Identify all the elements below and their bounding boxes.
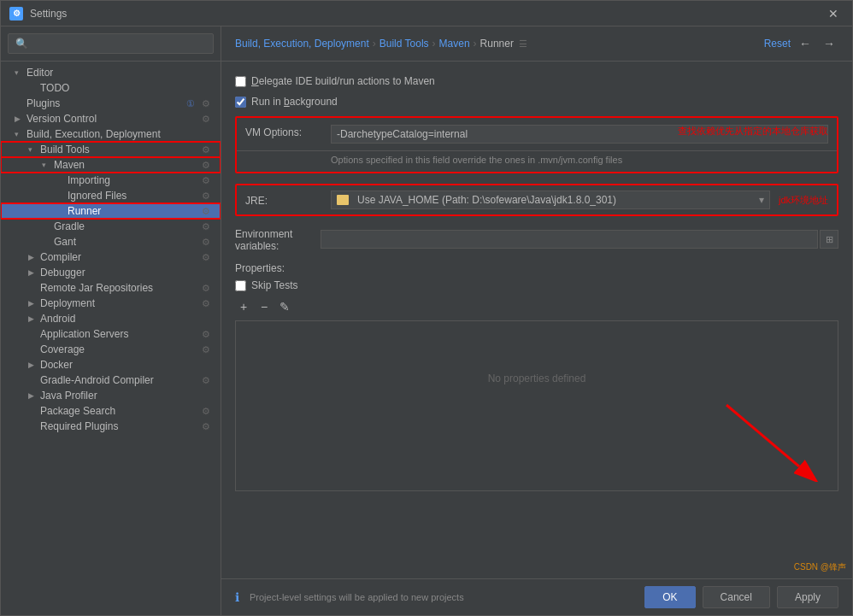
sidebar-item-label: Coverage bbox=[40, 343, 198, 355]
sidebar-item-gradle-android-compiler[interactable]: Gradle-Android Compiler ⚙ bbox=[1, 373, 221, 388]
jre-note: jdk环境地址 bbox=[779, 194, 828, 207]
sidebar-item-importing[interactable]: Importing ⚙ bbox=[1, 173, 221, 188]
gear-icon: ⚙ bbox=[198, 375, 214, 386]
jre-value-text: Use JAVA_HOME (Path: D:\sofeware\Java\jd… bbox=[357, 194, 616, 206]
sidebar-item-ignored-files[interactable]: Ignored Files ⚙ bbox=[1, 188, 221, 203]
search-input[interactable] bbox=[8, 33, 214, 54]
gear-icon: ⚙ bbox=[198, 344, 214, 355]
reset-button[interactable]: Reset bbox=[764, 38, 791, 50]
gear-icon: ⚙ bbox=[198, 329, 214, 340]
gear-icon: ⚙ bbox=[198, 237, 214, 248]
gear-icon: ⚙ bbox=[198, 191, 214, 202]
sidebar-item-remote-jar-repositories[interactable]: Remote Jar Repositories ⚙ bbox=[1, 280, 221, 296]
breadcrumb-part-3[interactable]: Maven bbox=[439, 38, 470, 50]
env-browse-button[interactable]: ⊞ bbox=[820, 230, 838, 249]
vm-options-row: VM Options: 查找依赖优先从指定的本地仓库获取 bbox=[237, 118, 837, 151]
sidebar-item-editor[interactable]: ▾ Editor bbox=[1, 65, 221, 80]
sidebar-item-label: Runner bbox=[68, 205, 198, 217]
expand-arrow: ▶ bbox=[28, 314, 40, 323]
sidebar-tree: ▾ Editor TODO Plugins ① ⚙ ▶ bbox=[1, 62, 221, 615]
sidebar-item-label: Required Plugins bbox=[40, 420, 198, 432]
properties-section: Properties: Skip Tests + − ✎ No properti… bbox=[235, 262, 838, 491]
sidebar-item-build-execution-deployment[interactable]: ▾ Build, Execution, Deployment bbox=[1, 126, 221, 142]
sidebar-item-label: Importing bbox=[68, 174, 198, 186]
delegate-label-text: Delegate IDE build/run actions to Maven bbox=[251, 75, 435, 87]
gear-icon: ⚙ bbox=[198, 160, 214, 171]
sidebar-item-runner[interactable]: Runner ⚙ bbox=[1, 203, 221, 219]
sidebar-item-version-control[interactable]: ▶ Version Control ⚙ bbox=[1, 111, 221, 126]
apply-button[interactable]: Apply bbox=[777, 586, 838, 608]
sidebar-item-label: Package Search bbox=[40, 405, 198, 417]
properties-toolbar: + − ✎ bbox=[235, 298, 838, 315]
remove-property-button[interactable]: − bbox=[256, 298, 273, 315]
env-variables-input[interactable] bbox=[321, 230, 818, 249]
sidebar-item-maven[interactable]: ▾ Maven ⚙ bbox=[1, 157, 221, 173]
sidebar-item-label: Version Control bbox=[26, 113, 198, 125]
properties-label: Properties: bbox=[235, 262, 838, 274]
back-button[interactable]: ← bbox=[796, 35, 815, 52]
forward-button[interactable]: → bbox=[820, 35, 838, 52]
sidebar-item-coverage[interactable]: Coverage ⚙ bbox=[1, 342, 221, 357]
bottom-info-text: Project-level settings will be applied t… bbox=[250, 592, 638, 602]
sidebar-item-compiler[interactable]: ▶ Compiler ⚙ bbox=[1, 249, 221, 265]
sidebar-item-build-tools[interactable]: ▾ Build Tools ⚙ bbox=[1, 142, 221, 157]
sidebar-item-label: Debugger bbox=[40, 267, 214, 279]
run-in-background-checkbox[interactable] bbox=[235, 97, 246, 108]
expand-arrow: ▶ bbox=[28, 299, 40, 308]
sidebar-item-label: Build, Execution, Deployment bbox=[26, 128, 214, 140]
app-icon: ⚙ bbox=[9, 7, 23, 21]
sidebar-item-deployment[interactable]: ▶ Deployment ⚙ bbox=[1, 296, 221, 311]
no-properties-text: No properties defined bbox=[236, 321, 838, 436]
delegate-checkbox[interactable] bbox=[235, 76, 246, 87]
main-content: ▾ Editor TODO Plugins ① ⚙ ▶ bbox=[1, 26, 852, 615]
run-in-background-label[interactable]: Run in background bbox=[235, 96, 338, 108]
close-button[interactable]: ✕ bbox=[823, 5, 844, 22]
add-property-button[interactable]: + bbox=[235, 298, 252, 315]
sidebar-item-gant[interactable]: Gant ⚙ bbox=[1, 234, 221, 249]
expand-arrow: ▶ bbox=[28, 391, 40, 400]
gear-icon: ⚙ bbox=[198, 406, 214, 417]
sidebar-item-gradle[interactable]: Gradle ⚙ bbox=[1, 219, 221, 234]
skip-tests-checkbox[interactable] bbox=[235, 280, 246, 291]
sidebar-item-java-profiler[interactable]: ▶ Java Profiler bbox=[1, 388, 221, 403]
breadcrumb: Build, Execution, Deployment › Build Too… bbox=[221, 26, 852, 62]
sidebar-item-android[interactable]: ▶ Android bbox=[1, 311, 221, 326]
breadcrumb-actions: Reset ← → bbox=[764, 35, 838, 52]
skip-tests-row: Skip Tests bbox=[235, 279, 838, 291]
plugins-badge: ① bbox=[186, 98, 195, 109]
sidebar-item-label: Gradle bbox=[54, 220, 198, 232]
edit-property-button[interactable]: ✎ bbox=[276, 298, 293, 315]
cancel-button[interactable]: Cancel bbox=[703, 586, 770, 608]
expand-arrow: ▾ bbox=[28, 145, 40, 154]
sidebar-item-package-search[interactable]: Package Search ⚙ bbox=[1, 403, 221, 419]
sidebar-item-application-servers[interactable]: Application Servers ⚙ bbox=[1, 326, 221, 342]
vm-options-note: 查找依赖优先从指定的本地仓库获取 bbox=[678, 125, 828, 138]
sidebar-item-label: Java Profiler bbox=[40, 390, 214, 402]
sidebar-item-required-plugins[interactable]: Required Plugins ⚙ bbox=[1, 419, 221, 434]
sidebar: ▾ Editor TODO Plugins ① ⚙ ▶ bbox=[1, 26, 221, 615]
sidebar-item-plugins[interactable]: Plugins ① ⚙ bbox=[1, 96, 221, 111]
main-panel: Build, Execution, Deployment › Build Too… bbox=[221, 26, 852, 615]
delegate-checkbox-label[interactable]: Delegate IDE build/run actions to Maven bbox=[235, 75, 435, 87]
jre-row: JRE: Use JAVA_HOME (Path: D:\sofeware\Ja… bbox=[237, 185, 837, 214]
expand-arrow: ▶ bbox=[28, 253, 40, 261]
sidebar-item-todo[interactable]: TODO bbox=[1, 80, 221, 96]
sidebar-item-debugger[interactable]: ▶ Debugger bbox=[1, 265, 221, 280]
sidebar-item-label: Gant bbox=[54, 236, 198, 248]
expand-arrow: ▾ bbox=[15, 130, 26, 138]
breadcrumb-part-1[interactable]: Build, Execution, Deployment bbox=[235, 38, 369, 50]
settings-window: ⚙ Settings ✕ ▾ Editor TODO bbox=[0, 0, 853, 616]
dropdown-arrow-icon: ▾ bbox=[759, 194, 764, 206]
expand-arrow: ▶ bbox=[28, 268, 40, 277]
sidebar-item-label: Docker bbox=[40, 359, 214, 371]
expand-arrow: ▶ bbox=[28, 361, 40, 369]
jre-dropdown[interactable]: Use JAVA_HOME (Path: D:\sofeware\Java\jd… bbox=[331, 191, 770, 209]
ok-button[interactable]: OK bbox=[644, 586, 695, 608]
breadcrumb-part-2[interactable]: Build Tools bbox=[379, 38, 429, 50]
sidebar-item-docker[interactable]: ▶ Docker bbox=[1, 357, 221, 373]
expand-arrow: ▶ bbox=[15, 114, 26, 123]
gear-icon: ⚙ bbox=[198, 252, 214, 263]
breadcrumb-sep: › bbox=[474, 38, 477, 50]
sidebar-item-label: Gradle-Android Compiler bbox=[40, 374, 198, 386]
breadcrumb-sep: › bbox=[373, 38, 376, 50]
